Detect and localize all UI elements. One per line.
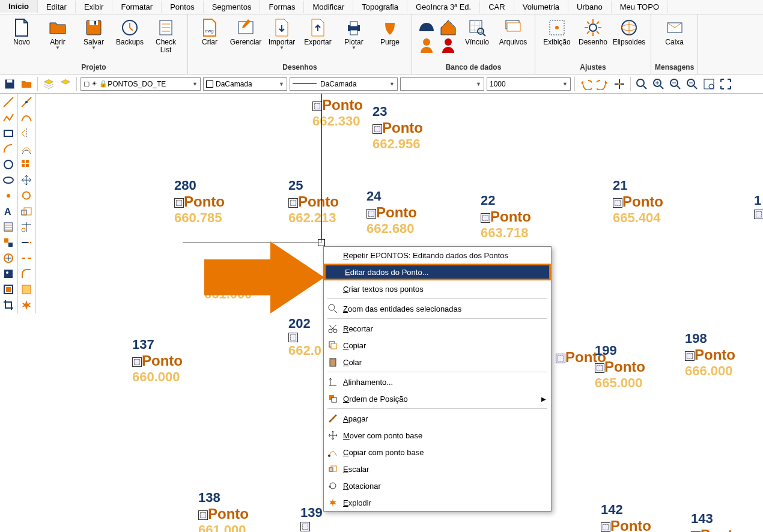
drawing-canvas[interactable]: 143Ponto142Ponto139138Ponto661.000Ponto1…: [36, 94, 763, 532]
zoom-realtime-icon[interactable]: [668, 77, 682, 91]
point-marker[interactable]: 23Ponto662.956: [372, 104, 423, 152]
point-marker[interactable]: 21Ponto665.404: [613, 178, 663, 226]
point-marker[interactable]: 137Ponto660.000: [132, 337, 183, 385]
context-menu-item[interactable]: Rotacionar: [324, 477, 551, 494]
menu-tab-meutopo[interactable]: Meu TOPO: [612, 1, 668, 13]
abrir-button[interactable]: Abrir▼: [40, 17, 76, 52]
menu-tab-exibir[interactable]: Exibir: [76, 1, 113, 13]
zoom-window-icon[interactable]: [634, 77, 649, 91]
context-menu-item[interactable]: Editar dados do Ponto...: [324, 264, 551, 280]
context-menu-item[interactable]: Escalar: [324, 461, 551, 477]
break-tool-icon[interactable]: [19, 251, 34, 265]
context-menu-item[interactable]: Ordem de Posição▶: [324, 390, 551, 407]
point-marker[interactable]: 1: [754, 193, 763, 220]
purge-button[interactable]: Purge: [372, 17, 408, 47]
desenho-button[interactable]: Desenho: [575, 17, 611, 47]
open-icon[interactable]: [19, 77, 34, 91]
context-menu-item[interactable]: Alinhamento...: [324, 373, 551, 390]
menu-tab-volumetria[interactable]: Volumetria: [514, 1, 568, 13]
backups-button[interactable]: Backups: [112, 17, 148, 47]
polyline-tool-icon[interactable]: [1, 110, 16, 125]
menu-tab-editar[interactable]: Editar: [38, 1, 76, 13]
point-marker[interactable]: Ponto662.330: [312, 97, 363, 129]
exibicao-button[interactable]: Exibição: [539, 17, 575, 47]
scale-tool-icon[interactable]: [19, 204, 34, 219]
importar-button[interactable]: Importar▼: [264, 17, 300, 52]
checklist-button[interactable]: Check List: [148, 17, 184, 55]
point-marker[interactable]: 24Ponto662.680: [366, 189, 417, 237]
gerenciar-button[interactable]: Gerenciar: [228, 17, 264, 47]
fullscreen-icon[interactable]: [719, 77, 733, 91]
array-tool-icon[interactable]: [19, 157, 34, 172]
menu-tab-geoincra[interactable]: GeoIncra 3ª Ed.: [407, 1, 480, 13]
zoom-in-icon[interactable]: [651, 77, 666, 91]
lineweight-combo[interactable]: ▼: [400, 77, 484, 91]
save-icon[interactable]: [2, 77, 17, 91]
context-menu-item[interactable]: Criar textos nos pontos: [324, 280, 551, 297]
layers-icon[interactable]: [41, 77, 56, 91]
point-marker[interactable]: 22Ponto663.718: [481, 193, 531, 241]
hatch-tool-icon[interactable]: [1, 220, 16, 234]
point-marker[interactable]: 142Ponto: [601, 502, 651, 532]
context-menu-item[interactable]: Apagar: [324, 410, 551, 427]
context-menu-item[interactable]: Copiar com ponto base: [324, 444, 551, 461]
raster-tool-icon[interactable]: [1, 267, 16, 281]
insert-tool-icon[interactable]: [1, 251, 16, 265]
fillet-tool-icon[interactable]: [19, 267, 34, 281]
circle-tool-icon[interactable]: [1, 157, 16, 172]
explode-tool-icon[interactable]: [19, 298, 34, 312]
novo-button[interactable]: Novo: [4, 17, 40, 47]
edit-line-icon[interactable]: [19, 95, 34, 109]
point-marker[interactable]: 139: [300, 505, 323, 532]
menu-tab-formatar[interactable]: Formatar: [112, 1, 162, 13]
color-combo[interactable]: DaCamada▼: [203, 77, 287, 91]
note-tool-icon[interactable]: [19, 282, 34, 297]
menu-tab-modificar[interactable]: Modificar: [304, 1, 353, 13]
point-marker[interactable]: 202662.0: [288, 316, 321, 358]
region-tool-icon[interactable]: [1, 282, 16, 297]
vinculo-button[interactable]: Vínculo: [459, 17, 495, 47]
context-menu-item[interactable]: Explodir: [324, 494, 551, 511]
redo-icon[interactable]: [595, 77, 610, 91]
point-marker[interactable]: 198Ponto666.000: [685, 331, 735, 379]
context-menu-item[interactable]: Mover com ponto base: [324, 427, 551, 444]
scale-combo[interactable]: 1000▼: [487, 77, 571, 91]
offset-tool-icon[interactable]: [19, 142, 34, 156]
bd-button-1[interactable]: [416, 17, 437, 58]
context-menu-item[interactable]: Colar: [324, 354, 551, 370]
menu-tab-formas[interactable]: Formas: [260, 1, 304, 13]
point-marker[interactable]: 25Ponto662.213: [288, 178, 339, 226]
caixa-button[interactable]: Caixa: [657, 17, 693, 47]
zoom-out-icon[interactable]: [685, 77, 699, 91]
context-menu-item[interactable]: Copiar: [324, 337, 551, 354]
rect-tool-icon[interactable]: [1, 126, 16, 141]
point-marker[interactable]: 138Ponto661.000: [198, 490, 249, 532]
point-marker[interactable]: 280Ponto660.785: [174, 178, 225, 226]
menu-tab-pontos[interactable]: Pontos: [162, 1, 203, 13]
bd-button-2[interactable]: [437, 17, 459, 58]
menu-tab-segmentos[interactable]: Segmentos: [204, 1, 261, 13]
criar-button[interactable]: dwgCriar: [192, 17, 228, 47]
undo-icon[interactable]: [579, 77, 593, 91]
move-tool-icon[interactable]: [19, 173, 34, 187]
context-menu-item[interactable]: Repetir EPONTOS: Editando dados dos Pont…: [324, 247, 551, 264]
salvar-button[interactable]: Salvar▼: [76, 17, 112, 52]
line-tool-icon[interactable]: [1, 95, 16, 109]
layer-combo[interactable]: ▢ ☀ 🔒 PONTOS_DO_TE▼: [81, 77, 201, 91]
menu-tab-urbano[interactable]: Urbano: [568, 1, 612, 13]
pan-icon[interactable]: [612, 77, 627, 91]
arc-tool-icon[interactable]: [1, 142, 16, 156]
context-menu-item[interactable]: Recortar: [324, 320, 551, 337]
mirror-tool-icon[interactable]: [19, 126, 34, 141]
text-tool-icon[interactable]: A: [1, 204, 16, 219]
menu-tab-topografia[interactable]: Topografia: [353, 1, 407, 13]
plotar-button[interactable]: Plotar▼: [336, 17, 372, 52]
extend-tool-icon[interactable]: [19, 235, 34, 250]
zoom-extents-icon[interactable]: [702, 77, 716, 91]
spline-tool-icon[interactable]: [19, 110, 34, 125]
layers2-icon[interactable]: [58, 77, 73, 91]
point-marker[interactable]: 199Ponto665.000: [595, 343, 645, 391]
menu-tab-inicio[interactable]: Início: [0, 0, 38, 14]
ellipse-tool-icon[interactable]: [1, 173, 16, 187]
block-tool-icon[interactable]: [1, 235, 16, 250]
